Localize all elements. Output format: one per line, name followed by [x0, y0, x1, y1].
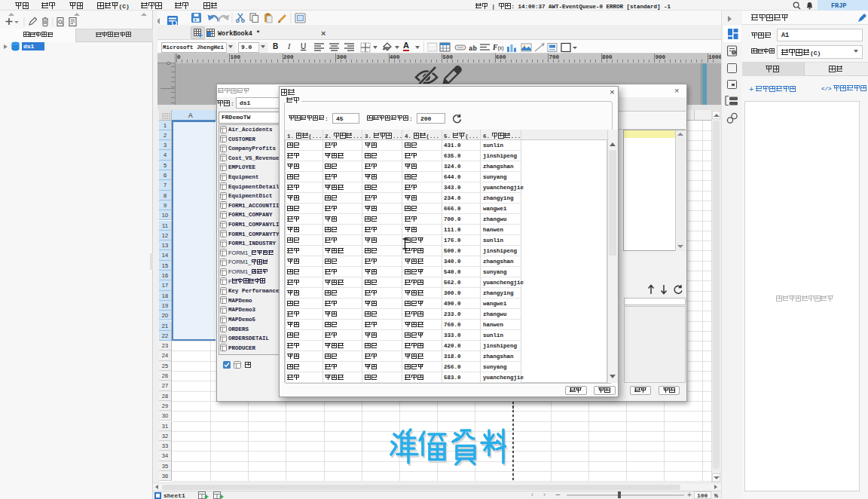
svg-text:ab: ab [469, 45, 477, 53]
svg-text:(x): (x) [498, 45, 504, 51]
